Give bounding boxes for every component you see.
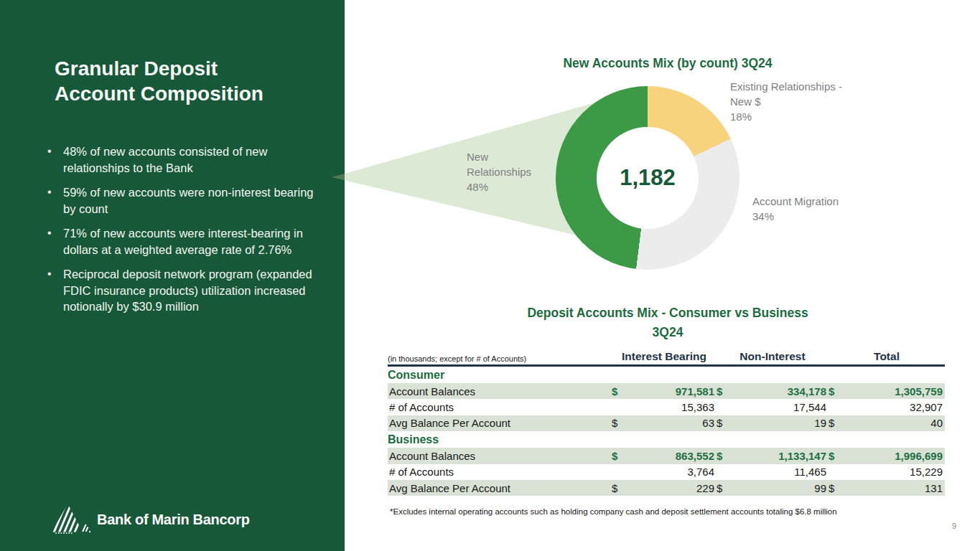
bullet-list: • 48% of new accounts consisted of new r…	[47, 143, 314, 315]
dollar-sign: $	[612, 482, 626, 494]
dollar-sign: $	[612, 417, 626, 429]
table-row: # of Accounts 3,764 11,465 15,229	[388, 464, 945, 480]
label-line: Account Migration	[752, 194, 839, 209]
table-header-row: (in thousands; except for # of Accounts)…	[388, 349, 945, 367]
cell-value: 99	[731, 482, 829, 494]
dollar-sign: $	[612, 450, 626, 462]
donut-chart-title: New Accounts Mix (by count) 3Q24	[402, 56, 933, 71]
label-line: New	[467, 149, 531, 164]
column-header-non-interest: Non-Interest	[717, 350, 829, 363]
table-title: Deposit Accounts Mix - Consumer vs Busin…	[402, 303, 933, 342]
dollar-sign: $	[717, 482, 731, 494]
bullet-item: • 71% of new accounts were interest-bear…	[47, 225, 314, 258]
cell-value: 863,552	[626, 450, 717, 462]
label-new-relationships: New Relationships 48%	[467, 149, 531, 194]
donut-center-value: 1,182	[620, 165, 676, 191]
cell-value: 17,544	[731, 401, 829, 413]
dollar-sign: $	[717, 385, 731, 397]
cell-value: 32,907	[843, 401, 945, 413]
cell-value: 229	[626, 482, 717, 494]
cell-value: 3,764	[626, 466, 717, 478]
label-percentage: 18%	[730, 109, 842, 124]
cell-value: 334,178	[731, 385, 829, 397]
row-label: Account Balances	[388, 450, 612, 462]
bullet-text: 48% of new accounts consisted of new rel…	[63, 143, 314, 176]
table-row: # of Accounts 15,363 17,544 32,907	[388, 399, 945, 415]
cell-value: 1,305,759	[843, 385, 945, 397]
page-number: 9	[952, 522, 956, 530]
section-header-business: Business	[388, 431, 945, 448]
cell-value: 63	[626, 417, 717, 429]
table-title-line1: Deposit Accounts Mix - Consumer vs Busin…	[402, 303, 933, 323]
page-title-line1: Granular Deposit	[55, 56, 313, 81]
presentation-slide: Granular Deposit Account Composition • 4…	[0, 0, 980, 551]
sidebar: Granular Deposit Account Composition • 4…	[0, 0, 345, 551]
page-title-line2: Account Composition	[55, 81, 313, 106]
dollar-sign: $	[717, 450, 731, 462]
cell-value: 15,363	[626, 401, 717, 413]
units-note: (in thousands; except for # of Accounts)	[388, 354, 612, 363]
bullet-icon: •	[47, 143, 63, 176]
cell-value: 1,133,147	[731, 450, 829, 462]
label-account-migration: Account Migration 34%	[752, 194, 839, 224]
column-header-interest-bearing: Interest Bearing	[612, 350, 717, 363]
dollar-sign: $	[612, 385, 626, 397]
dollar-sign: $	[717, 417, 731, 429]
label-percentage: 48%	[467, 179, 531, 194]
dollar-sign: $	[829, 482, 843, 494]
donut-hole: 1,182	[597, 127, 699, 229]
bullet-text: 71% of new accounts were interest-bearin…	[63, 225, 314, 258]
label-line: Existing Relationships -	[730, 79, 842, 94]
bullet-icon: •	[47, 225, 63, 258]
bullet-icon: •	[47, 184, 63, 217]
label-line: Relationships	[467, 164, 531, 179]
row-label: Avg Balance Per Account	[388, 417, 612, 429]
table-row: Account Balances $ 863,552 $ 1,133,147 $…	[388, 448, 945, 463]
row-label: # of Accounts	[388, 401, 612, 413]
dollar-sign: $	[829, 450, 843, 462]
label-line: New $	[730, 94, 842, 109]
row-label: Account Balances	[388, 385, 612, 397]
row-label: Avg Balance Per Account	[388, 482, 612, 494]
bullet-item: • 48% of new accounts consisted of new r…	[47, 143, 314, 176]
donut-chart: 1,182	[556, 86, 739, 270]
bullet-text: 59% of new accounts were non-interest be…	[63, 184, 314, 217]
bullet-item: • 59% of new accounts were non-interest …	[47, 184, 314, 217]
section-header-consumer: Consumer	[388, 367, 945, 383]
table-title-line2: 3Q24	[402, 323, 933, 342]
table-row: Avg Balance Per Account $ 229 $ 99 $ 131	[388, 480, 945, 496]
bullet-item: • Reciprocal deposit network program (ex…	[47, 266, 314, 315]
page-title: Granular Deposit Account Composition	[55, 56, 313, 106]
cell-value: 11,465	[731, 466, 829, 478]
table-row: Account Balances $ 971,581 $ 334,178 $ 1…	[388, 383, 945, 399]
logo-text: Bank of Marin Bancorp	[97, 512, 250, 528]
label-existing-relationships: Existing Relationships - New $ 18%	[730, 79, 842, 124]
bullet-icon: •	[47, 266, 63, 315]
cell-value: 40	[843, 417, 945, 429]
bullet-text: Reciprocal deposit network program (expa…	[63, 266, 314, 315]
row-label: # of Accounts	[388, 466, 612, 478]
cell-value: 19	[731, 417, 829, 429]
cell-value: 971,581	[626, 385, 717, 397]
cell-value: 1,996,699	[843, 450, 945, 462]
bank-of-marin-logo: Bank of Marin Bancorp	[50, 502, 250, 537]
table-row: Avg Balance Per Account $ 63 $ 19 $ 40	[388, 415, 945, 431]
deposit-accounts-table: (in thousands; except for # of Accounts)…	[388, 349, 945, 496]
dollar-sign: $	[829, 385, 843, 397]
dollar-sign: $	[829, 417, 843, 429]
label-percentage: 34%	[752, 209, 839, 224]
footnote: *Excludes internal operating accounts su…	[390, 507, 837, 516]
cell-value: 15,229	[843, 466, 945, 478]
cell-value: 131	[843, 482, 945, 494]
column-header-total: Total	[829, 350, 945, 363]
mountain-logo-icon	[50, 502, 90, 537]
